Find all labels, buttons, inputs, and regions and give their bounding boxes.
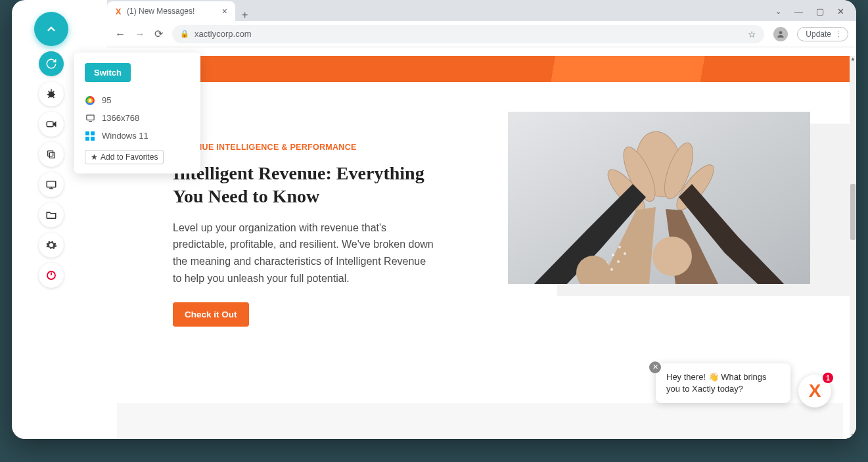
url-input[interactable]: 🔒 xactlycorp.com ☆ (172, 25, 764, 43)
svg-point-9 (618, 246, 621, 248)
tab-title: (1) New Messages! (127, 7, 221, 16)
menu-kebab-icon: ⋮ (835, 33, 841, 35)
maximize-icon[interactable]: ▢ (816, 7, 824, 16)
windows-icon (85, 131, 95, 141)
tab-close-icon[interactable]: × (221, 6, 229, 16)
content-section: REVENUE INTELLIGENCE & PERFORMANCE Intel… (107, 82, 850, 353)
tab-search-icon[interactable]: ⌄ (775, 7, 781, 16)
chat-badge: 1 (823, 373, 833, 383)
svg-rect-26 (48, 151, 53, 156)
browser-tabbar: X (1) New Messages! × + ⌄ ― ▢ ✕ (107, 0, 856, 21)
svg-point-10 (610, 268, 613, 271)
scroll-thumb[interactable] (850, 184, 856, 240)
minimize-icon[interactable]: ― (794, 7, 803, 16)
scroll-up-icon[interactable]: ▲ (850, 56, 856, 62)
browser-addressbar: ← → ⟳ 🔒 xactlycorp.com ☆ Update ⋮ (107, 21, 856, 47)
chrome-icon (85, 96, 95, 105)
reload-icon[interactable]: ⟳ (154, 28, 163, 40)
svg-point-0 (779, 31, 783, 34)
svg-line-20 (53, 91, 54, 93)
cta-button[interactable]: Check it Out (173, 302, 249, 327)
svg-rect-25 (49, 152, 55, 158)
window-controls: ⌄ ― ▢ ✕ (775, 1, 856, 21)
footer-strip (117, 403, 843, 439)
feature-image (508, 112, 810, 284)
browser-viewport: REVENUE INTELLIGENCE & PERFORMANCE Intel… (107, 47, 856, 439)
svg-point-13 (652, 237, 692, 276)
svg-rect-32 (86, 115, 93, 120)
svg-point-11 (617, 260, 620, 263)
chat-message: Hey there! 👋 What brings you to Xactly t… (666, 372, 767, 394)
chat-launcher-button[interactable]: X 1 (798, 375, 831, 407)
bookmark-star-icon[interactable]: ☆ (748, 29, 756, 39)
browser-version: 95 (102, 95, 111, 105)
app-frame: X (1) New Messages! × + ⌄ ― ▢ ✕ ← → ⟳ 🔒 … (12, 0, 856, 439)
star-icon: ★ (91, 152, 98, 162)
tool-sidebar (32, 12, 71, 288)
stop-session-button[interactable] (39, 263, 64, 288)
hero-banner (107, 56, 850, 82)
xactly-logo-icon: X (809, 381, 821, 402)
copy-block: REVENUE INTELLIGENCE & PERFORMANCE Intel… (173, 141, 436, 327)
update-label: Update (806, 30, 831, 39)
os-row: Windows 11 (85, 127, 190, 145)
cta-label: Check it Out (185, 310, 237, 319)
eyebrow-text: REVENUE INTELLIGENCE & PERFORMANCE (173, 141, 436, 154)
svg-line-19 (49, 91, 50, 93)
svg-line-22 (53, 97, 54, 98)
settings-button[interactable] (39, 233, 64, 258)
headline-text: Intelligent Revenue: Everything You Need… (173, 162, 436, 208)
folder-button[interactable] (39, 202, 64, 227)
chat-bubble[interactable]: ✕ Hey there! 👋 What brings you to Xactly… (656, 363, 790, 403)
svg-point-8 (612, 254, 614, 256)
collapse-sidebar-button[interactable] (34, 12, 68, 46)
bug-button[interactable] (39, 81, 64, 106)
chat-close-icon[interactable]: ✕ (649, 361, 661, 373)
image-photo (508, 112, 810, 284)
switch-button[interactable]: Switch (85, 63, 131, 82)
tab-favicon-icon: X (114, 7, 123, 16)
session-info-popover: Switch 95 1366x768 Windows 11 ★ Add to F… (74, 53, 200, 173)
nav-back-icon[interactable]: ← (115, 28, 126, 40)
new-tab-button[interactable]: + (235, 9, 254, 21)
vertical-scrollbar[interactable]: ▲ ▼ (850, 56, 856, 439)
scroll-down-icon[interactable]: ▼ (850, 432, 856, 439)
display-button[interactable] (39, 172, 64, 197)
os-text: Windows 11 (102, 131, 148, 141)
profile-avatar-icon[interactable] (773, 27, 788, 41)
body-text: Level up your organization with revenue … (173, 219, 436, 287)
monitor-icon (85, 113, 95, 123)
sync-button[interactable] (39, 51, 64, 76)
webpage: REVENUE INTELLIGENCE & PERFORMANCE Intel… (107, 56, 850, 439)
resolution-text: 1366x768 (102, 113, 139, 123)
url-text: xactlycorp.com (194, 29, 252, 39)
svg-rect-27 (47, 181, 56, 187)
update-button[interactable]: Update ⋮ (797, 27, 848, 41)
svg-point-12 (624, 252, 626, 255)
switch-label: Switch (94, 68, 122, 78)
record-button[interactable] (39, 112, 64, 137)
add-to-favorites-button[interactable]: ★ Add to Favorites (85, 150, 164, 164)
browser-tab[interactable]: X (1) New Messages! × (107, 1, 235, 21)
copy-button[interactable] (39, 142, 64, 167)
svg-line-21 (49, 97, 50, 98)
nav-forward-icon[interactable]: → (135, 28, 145, 40)
close-window-icon[interactable]: ✕ (837, 7, 844, 16)
svg-rect-23 (47, 122, 53, 127)
lock-icon: 🔒 (180, 30, 189, 38)
resolution-row: 1366x768 (85, 109, 190, 127)
favorites-label: Add to Favorites (101, 152, 158, 162)
browser-info-row: 95 (85, 91, 190, 109)
